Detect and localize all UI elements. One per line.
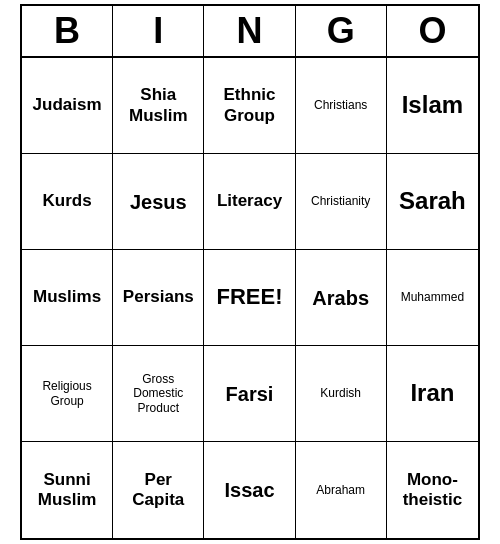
- bingo-cell: Kurds: [22, 154, 113, 250]
- cell-text: Sarah: [399, 187, 466, 216]
- cell-text: Gross Domestic Product: [133, 372, 183, 415]
- cell-text: Persians: [123, 287, 194, 307]
- bingo-cell: Muhammed: [387, 250, 478, 346]
- cell-text: Mono- theistic: [403, 470, 463, 511]
- cell-text: Religious Group: [42, 379, 91, 408]
- cell-text: Literacy: [217, 191, 282, 211]
- cell-text: Arabs: [312, 286, 369, 310]
- bingo-cell: Christians: [296, 58, 387, 154]
- bingo-cell: Arabs: [296, 250, 387, 346]
- cell-text: Muslims: [33, 287, 101, 307]
- cell-text: Sunni Muslim: [38, 470, 97, 511]
- bingo-grid: JudaismShia MuslimEthnic GroupChristians…: [22, 58, 478, 538]
- bingo-cell: Judaism: [22, 58, 113, 154]
- header-letter: I: [113, 6, 204, 56]
- header-letter: O: [387, 6, 478, 56]
- bingo-cell: Shia Muslim: [113, 58, 204, 154]
- header-letter: G: [296, 6, 387, 56]
- cell-text: Per Capita: [132, 470, 184, 511]
- cell-text: Judaism: [33, 95, 102, 115]
- bingo-cell: Islam: [387, 58, 478, 154]
- cell-text: Muhammed: [401, 290, 464, 304]
- bingo-cell: Jesus: [113, 154, 204, 250]
- bingo-cell: Sunni Muslim: [22, 442, 113, 538]
- bingo-cell: Issac: [204, 442, 295, 538]
- bingo-cell: Per Capita: [113, 442, 204, 538]
- bingo-cell: Persians: [113, 250, 204, 346]
- bingo-cell: Mono- theistic: [387, 442, 478, 538]
- cell-text: FREE!: [216, 284, 282, 310]
- bingo-cell: Literacy: [204, 154, 295, 250]
- bingo-card: BINGO JudaismShia MuslimEthnic GroupChri…: [20, 4, 480, 540]
- cell-text: Christianity: [311, 194, 370, 208]
- bingo-cell: Ethnic Group: [204, 58, 295, 154]
- bingo-cell: Iran: [387, 346, 478, 442]
- bingo-cell: Muslims: [22, 250, 113, 346]
- cell-text: Islam: [402, 91, 463, 120]
- bingo-cell: Farsi: [204, 346, 295, 442]
- bingo-header: BINGO: [22, 6, 478, 58]
- bingo-cell: Kurdish: [296, 346, 387, 442]
- cell-text: Kurds: [43, 191, 92, 211]
- bingo-cell: Christianity: [296, 154, 387, 250]
- bingo-cell: Sarah: [387, 154, 478, 250]
- cell-text: Farsi: [226, 382, 274, 406]
- cell-text: Christians: [314, 98, 367, 112]
- cell-text: Iran: [410, 379, 454, 408]
- cell-text: Issac: [224, 478, 274, 502]
- header-letter: B: [22, 6, 113, 56]
- cell-text: Ethnic Group: [224, 85, 276, 126]
- header-letter: N: [204, 6, 295, 56]
- bingo-cell: Gross Domestic Product: [113, 346, 204, 442]
- bingo-cell: Religious Group: [22, 346, 113, 442]
- cell-text: Shia Muslim: [129, 85, 188, 126]
- cell-text: Jesus: [130, 190, 187, 214]
- cell-text: Kurdish: [320, 386, 361, 400]
- bingo-cell: FREE!: [204, 250, 295, 346]
- bingo-cell: Abraham: [296, 442, 387, 538]
- cell-text: Abraham: [316, 483, 365, 497]
